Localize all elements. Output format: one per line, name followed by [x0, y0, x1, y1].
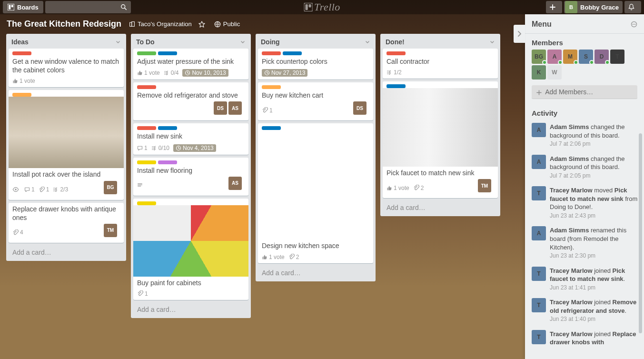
chevron-down-icon[interactable] — [240, 39, 246, 45]
list-header[interactable]: Ideas — [9, 36, 124, 49]
card-cover-image — [133, 205, 248, 277]
card[interactable]: Design new kitchen space1 vote2 — [258, 123, 373, 263]
card-label-purple — [158, 160, 177, 164]
activity-text: Tracey Marlow joined Replace drawer knob… — [550, 330, 639, 347]
menu-more-button[interactable] — [631, 21, 637, 28]
chevron-down-icon[interactable] — [489, 39, 495, 45]
card[interactable]: Install pot rack over the island112/3BG — [9, 90, 124, 199]
card-members: TM — [476, 179, 494, 195]
avatar[interactable]: AS — [228, 177, 242, 190]
checklist-badge: 2/3 — [53, 186, 68, 193]
card-title: Pick countertop colors — [258, 55, 373, 67]
more-icon — [631, 21, 637, 28]
chevron-down-icon[interactable] — [115, 39, 121, 45]
list-header[interactable]: Done! — [383, 36, 498, 49]
activity-list[interactable]: A Adam Simms changed the background of t… — [525, 120, 644, 359]
list-cards: Get a new window valence to match the ca… — [9, 49, 124, 246]
avatar[interactable]: A — [532, 123, 546, 137]
list-header[interactable]: Doing — [258, 36, 373, 49]
card-badges: Nov 27, 2013 — [258, 67, 373, 80]
board-title[interactable]: The Great Kitchen Redesign — [7, 19, 121, 29]
card[interactable]: Call contractor1/2 — [383, 49, 498, 79]
add-card-button[interactable]: Add a card… — [383, 201, 498, 213]
due-date-badge: Nov 10, 2013 — [182, 69, 228, 77]
card[interactable]: Pick countertop colorsNov 27, 2013 — [258, 49, 373, 80]
card-labels — [258, 49, 373, 55]
avatar[interactable]: S — [579, 50, 593, 64]
list-title: Done! — [386, 38, 405, 46]
avatar[interactable]: TM — [104, 224, 117, 237]
avatar[interactable]: M — [563, 50, 577, 64]
activity-section-title: Activity — [525, 104, 644, 120]
card[interactable]: Buy new kitchen cart1DS — [258, 82, 373, 120]
avatar[interactable]: T — [532, 330, 546, 344]
card[interactable]: Install new sink10/10Nov 4, 2013 — [133, 123, 248, 154]
card-labels — [9, 90, 124, 97]
card-title: Design new kitchen space — [258, 239, 373, 251]
svg-rect-1 — [9, 5, 10, 9]
card[interactable]: Adjust water pressure of the sink1 vote0… — [133, 49, 248, 80]
add-members-button[interactable]: Add Members… — [532, 85, 637, 99]
list: Done! Call contractor1/2Pick faucet to m… — [380, 34, 500, 216]
card[interactable]: Install new flooringAS — [133, 158, 248, 196]
avatar[interactable]: BG — [104, 181, 117, 194]
board-organization[interactable]: Taco's Organization — [129, 20, 192, 28]
scrollbar[interactable] — [639, 133, 642, 333]
avatar[interactable]: T — [532, 267, 546, 281]
activity-text: Tracey Marlow joined Remove old refriger… — [550, 298, 639, 323]
avatar[interactable]: AS — [228, 101, 242, 115]
avatar[interactable]: DS — [214, 101, 227, 115]
menu-collapse-button[interactable] — [514, 25, 525, 43]
avatar[interactable]: K — [532, 65, 546, 80]
card-label-red — [386, 51, 406, 55]
activity-text: Adam Simms renamed this board (from Remo… — [550, 226, 639, 259]
card-badges: 1/2 — [383, 67, 498, 79]
create-button[interactable] — [546, 1, 562, 13]
trello-logo[interactable]: Trello — [304, 1, 340, 13]
card[interactable]: Pick faucet to match new sink1 vote2TM — [383, 81, 498, 198]
list-header[interactable]: To Do — [133, 36, 248, 49]
card-badges: 1 vote — [9, 75, 124, 87]
avatar[interactable]: A — [547, 50, 562, 64]
attachments-badge: 1 — [39, 186, 50, 193]
activity-text: Adam Simms changed the background of thi… — [550, 123, 639, 148]
card[interactable]: Buy paint for cabinets1 — [133, 199, 248, 300]
card[interactable]: Get a new window valence to match the ca… — [9, 49, 124, 87]
add-card-button[interactable]: Add a card… — [133, 303, 248, 315]
avatar[interactable]: T — [610, 50, 624, 64]
notifications-button[interactable] — [624, 1, 641, 13]
svg-rect-0 — [8, 4, 14, 10]
avatar[interactable]: TM — [478, 179, 491, 192]
activity-item: A Adam Simms changed the background of t… — [532, 152, 642, 184]
list: To Do Adjust water pressure of the sink1… — [131, 34, 251, 318]
attachments-badge: 2 — [413, 185, 424, 191]
card-label-yellow — [137, 160, 156, 164]
checklist-badge: 0/10 — [151, 145, 169, 151]
avatar[interactable]: BG — [532, 50, 546, 64]
add-card-button[interactable]: Add a card… — [258, 266, 373, 279]
avatar[interactable]: A — [532, 155, 546, 169]
due-date-badge: Nov 4, 2013 — [173, 144, 216, 152]
due-date-badge: Nov 27, 2013 — [262, 69, 307, 77]
chevron-down-icon[interactable] — [365, 39, 370, 45]
votes-badge: 1 vote — [12, 78, 35, 84]
avatar[interactable]: D — [594, 50, 609, 64]
comments-badge: 1 — [24, 186, 35, 193]
add-card-button[interactable]: Add a card… — [9, 246, 124, 258]
card-cover-image — [258, 130, 373, 239]
card[interactable]: Replace drawer knobs with antique ones4T… — [9, 203, 124, 243]
avatar[interactable]: A — [532, 226, 546, 240]
search-input[interactable] — [45, 1, 131, 13]
avatar[interactable]: DS — [353, 101, 367, 115]
card[interactable]: Remove old refrigerator and stoveDSAS — [133, 82, 248, 120]
board-members: BGAMSDTKW — [525, 50, 644, 83]
user-menu-button[interactable]: B Bobby Grace — [564, 1, 623, 13]
avatar[interactable]: W — [547, 65, 562, 80]
members-section-title: Members — [525, 34, 644, 50]
board-visibility[interactable]: Public — [214, 20, 240, 28]
avatar[interactable]: T — [532, 186, 546, 200]
boards-button[interactable]: Boards — [3, 1, 43, 13]
avatar[interactable]: T — [532, 298, 546, 312]
card-label-blue — [283, 51, 302, 55]
star-board-button[interactable] — [198, 21, 208, 28]
